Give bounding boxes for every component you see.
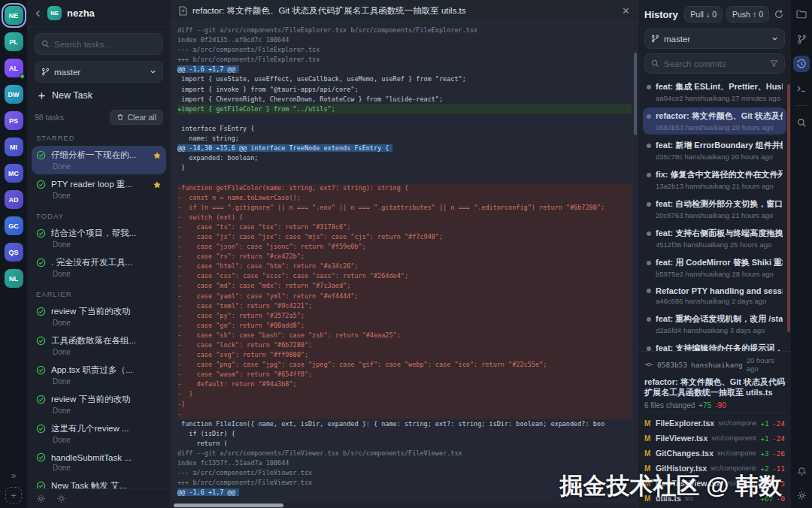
diff-line-del: - default: return "#94a3b8"; bbox=[177, 379, 632, 389]
workspace-avatar-dw[interactable]: DW bbox=[5, 85, 23, 104]
search-tab-icon[interactable] bbox=[793, 114, 810, 131]
pull-button[interactable]: Pull↓0 bbox=[684, 6, 723, 23]
search-commits-input[interactable] bbox=[644, 53, 785, 74]
diff-line-ctx bbox=[177, 173, 638, 183]
close-icon[interactable]: ✕ bbox=[622, 5, 630, 17]
file-additions: +1 bbox=[760, 419, 768, 428]
commit-item[interactable]: feat: 支持编辑待办任务的提示词，智... bbox=[643, 340, 786, 351]
diff-line-del: - case "go": return "#00add8"; bbox=[177, 321, 632, 331]
diff-line-meta: --- a/src/components/FileExplorer.tsx bbox=[177, 45, 638, 55]
task-item[interactable]: review 下当前的改动 Done bbox=[32, 390, 166, 419]
changed-file-row[interactable]: M GitHistory.tsx src/components +2-11 bbox=[644, 461, 785, 476]
expand-rail-icon[interactable]: » bbox=[11, 470, 17, 481]
filter-funnel-icon[interactable] bbox=[770, 59, 778, 68]
section-label: TODAY bbox=[27, 204, 171, 223]
workspace-avatar-gc[interactable]: GC bbox=[5, 216, 23, 235]
theme-sun-icon[interactable] bbox=[56, 494, 66, 503]
trash-icon bbox=[117, 113, 124, 121]
back-icon[interactable] bbox=[35, 10, 42, 17]
diff-line-del: - case "md": case "mdx": return "#7c3aed… bbox=[177, 281, 632, 291]
files-tab-folder-icon[interactable] bbox=[793, 6, 810, 23]
diff-line-ctx: interface FsEntry { bbox=[177, 124, 638, 134]
workspace-avatar-al[interactable]: AL bbox=[5, 59, 23, 77]
terminal-tab-icon[interactable] bbox=[793, 80, 810, 97]
commit-item[interactable]: fix: 修复含中文路径的文件在文件列表... 13a2b13 hanshuai… bbox=[643, 166, 786, 193]
diff-content: diff --git a/src/components/FileExplorer… bbox=[171, 23, 638, 508]
diff-line-ctx: } bbox=[177, 163, 638, 173]
task-item[interactable]: . 完全没有开发工具... Done bbox=[32, 253, 166, 282]
diff-horizontal-scrollbar[interactable] bbox=[174, 503, 283, 507]
diff-vertical-scrollbar[interactable] bbox=[634, 53, 637, 135]
commit-title: feat: 集成 ESLint、Prettier、Husky ... bbox=[656, 81, 783, 92]
file-name: FileExplorer.tsx bbox=[656, 419, 714, 428]
commit-dot-icon bbox=[647, 261, 651, 265]
changed-file-row[interactable]: M GitChanges.tsx src/components +3-26 bbox=[644, 446, 785, 461]
add-workspace-button[interactable]: + bbox=[5, 487, 22, 503]
task-item[interactable]: 工具函数散落在各组... Done bbox=[32, 331, 166, 360]
chevron-down-icon bbox=[150, 68, 156, 75]
commit-item[interactable]: Refactor PTY handling and session... a46… bbox=[643, 283, 786, 308]
settings-gear-icon[interactable] bbox=[36, 494, 46, 503]
workspace-avatar-ne[interactable]: NE bbox=[5, 6, 23, 25]
changed-file-row[interactable]: M NewTaskView.tsx src/components +1-5 bbox=[644, 476, 785, 491]
settings-gear-icon[interactable] bbox=[793, 487, 810, 503]
workspace-avatar-qs[interactable]: QS bbox=[5, 243, 23, 262]
changed-file-row[interactable]: M FileViewer.tsx src/components +1-24 bbox=[644, 431, 785, 446]
git-tab-branch-icon[interactable] bbox=[793, 31, 810, 47]
commit-item[interactable]: feat: 用 CodeMirror 替换 Shiki 重构... b5975e… bbox=[643, 254, 786, 281]
online-status-dot bbox=[20, 74, 25, 79]
commit-item[interactable]: feat: 自动检测外部分支切换，窗口获... 20c8763 hanshuai… bbox=[643, 195, 786, 222]
commit-item[interactable]: refactor: 将文件颜色、Git 状态及代... 0583b53 hans… bbox=[643, 107, 786, 135]
check-circle-icon bbox=[36, 336, 46, 346]
history-tab-clock-icon[interactable] bbox=[793, 56, 810, 72]
task-status: Done bbox=[36, 436, 162, 444]
diff-line-del: - case "sh": case "bash": case "zsh": re… bbox=[177, 331, 632, 340]
commit-item[interactable]: feat: 集成 ESLint、Prettier、Husky ... aa04c… bbox=[643, 78, 786, 105]
diff-line-del: - case "rs": return "#ce422b"; bbox=[177, 252, 632, 262]
task-item[interactable]: 仔细分析一下现在的... Done bbox=[32, 146, 166, 174]
diff-line-del: - switch (ext) { bbox=[177, 213, 632, 222]
commit-meta: 20c8763 hanshuaikang 21 hours ago bbox=[647, 211, 783, 219]
task-item[interactable]: review 下当前的改动 Done bbox=[32, 302, 166, 331]
new-task-button[interactable]: New Task bbox=[27, 83, 171, 104]
check-circle-icon bbox=[36, 395, 46, 404]
task-status: Done bbox=[36, 348, 162, 356]
file-name: GitHistory.tsx bbox=[656, 464, 707, 473]
branch-selector[interactable]: master bbox=[35, 61, 163, 83]
diff-line-del: - case "css": case "scss": case "sass": … bbox=[177, 271, 632, 281]
changed-file-row[interactable]: M utils.ts src +67-0 bbox=[644, 491, 785, 506]
task-title: 这里有几个review ... bbox=[51, 423, 162, 434]
commit-message: refactor: 将文件颜色、Git 状态及代码扩展名工具函数统一抽取至 ut… bbox=[644, 376, 785, 398]
commit-dot-icon bbox=[647, 317, 651, 322]
arrow-up-icon: ↑ bbox=[753, 10, 756, 19]
workspace-avatar-nl[interactable]: NL bbox=[5, 269, 23, 288]
clear-all-button[interactable]: Clear all bbox=[110, 110, 163, 125]
task-item[interactable]: 结合这个项目，帮我... Done bbox=[32, 224, 166, 252]
task-item[interactable]: PTY reader loop 重... Done bbox=[32, 175, 166, 204]
workspace-avatar-mc[interactable]: MC bbox=[5, 164, 23, 183]
task-item[interactable]: 这里有几个review ... Done bbox=[32, 419, 166, 448]
task-item[interactable]: handleSubmitTask ... Done bbox=[32, 449, 166, 476]
commit-item[interactable]: feat: 新增 ErrorBoundary 组件并统... d35c78c h… bbox=[643, 137, 786, 164]
workspace-avatar-pl[interactable]: PL bbox=[5, 32, 23, 51]
push-button[interactable]: Push↑0 bbox=[726, 6, 769, 23]
task-item[interactable]: App.tsx 职责过多（... Done bbox=[32, 361, 166, 389]
task-title: App.tsx 职责过多（... bbox=[51, 364, 162, 376]
file-path: src/components bbox=[711, 434, 756, 442]
commit-list-scrollbar[interactable] bbox=[787, 84, 790, 332]
task-title: handleSubmitTask ... bbox=[51, 453, 162, 462]
commit-item[interactable]: feat: 重构会话发现机制，改用 /statu... d2a6fd4 hans… bbox=[643, 310, 786, 337]
task-status: Done bbox=[36, 162, 162, 171]
workspace-avatar-ad[interactable]: AD bbox=[5, 190, 23, 209]
notifications-bell-icon[interactable] bbox=[793, 463, 810, 479]
workspace-avatar-ps[interactable]: PS bbox=[5, 111, 23, 130]
refresh-icon[interactable] bbox=[773, 8, 785, 20]
commit-list: feat: 集成 ESLint、Prettier、Husky ... aa04c… bbox=[638, 78, 791, 351]
history-branch-selector[interactable]: master bbox=[644, 29, 785, 49]
search-tasks-input[interactable] bbox=[35, 33, 163, 55]
commit-item[interactable]: feat: 支持右侧面板与终端高度拖拽调... 4512f36 hanshuai… bbox=[643, 225, 786, 252]
workspace-rail: NEPLALDWPSMIMCADGCQSNL » + bbox=[0, 0, 27, 508]
workspace-avatar-mi[interactable]: MI bbox=[5, 138, 23, 156]
strip-divider bbox=[795, 105, 807, 106]
changed-file-row[interactable]: M FileExplorer.tsx src/components +1-24 bbox=[644, 416, 785, 431]
